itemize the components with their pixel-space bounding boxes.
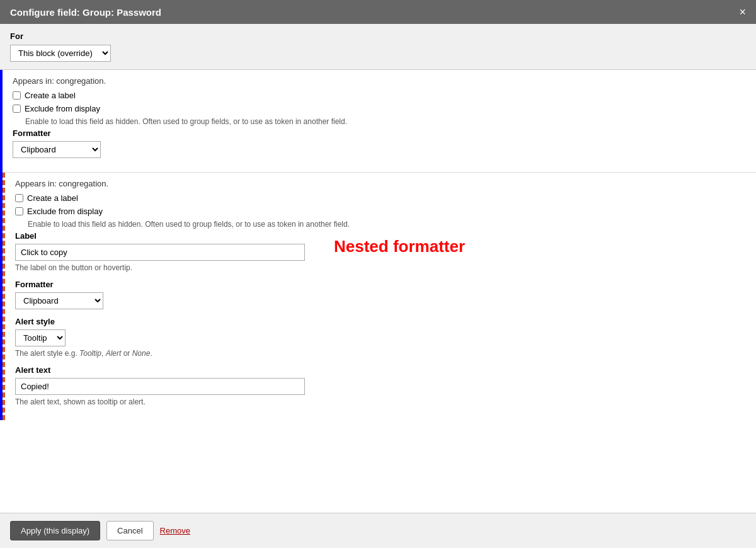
outer-exclude-display-checkbox[interactable]	[13, 105, 21, 113]
outer-exclude-display-row: Exclude from display	[13, 104, 746, 113]
cancel-button[interactable]: Cancel	[106, 521, 153, 540]
label-text-input[interactable]	[15, 244, 305, 261]
outer-create-label-text: Create a label	[25, 91, 76, 100]
alert-text-label: Alert text	[15, 365, 746, 375]
nested-formatter-label: Nested formatter	[334, 237, 465, 256]
remove-button[interactable]: Remove	[160, 526, 190, 535]
dialog-body: Nested formatter Appears in: congregatio…	[0, 70, 756, 513]
outer-exclude-display-description: Enable to load this field as hidden. Oft…	[25, 117, 746, 126]
dialog-header: Configure field: Group: Password ×	[0, 0, 756, 24]
alert-style-help-or: or	[121, 349, 132, 358]
alert-style-help-prefix: The alert style e.g.	[15, 349, 79, 358]
dialog-title: Configure field: Group: Password	[10, 7, 161, 18]
alert-text-input[interactable]	[15, 378, 305, 395]
inner-create-label-text: Create a label	[27, 193, 78, 203]
alert-style-group: Alert style TooltipAlertNone The alert s…	[15, 317, 746, 358]
alert-style-help-suffix: .	[150, 349, 152, 358]
inner-exclude-display-text: Exclude from display	[27, 207, 103, 216]
inner-formatter-group: Formatter ClipboardDefaultPlain text	[15, 280, 746, 309]
configure-field-dialog: Configure field: Group: Password × For T…	[0, 0, 756, 548]
inner-block-content: Appears in: congregation. Create a label…	[5, 173, 756, 420]
for-label: For	[10, 31, 746, 41]
inner-exclude-display-checkbox[interactable]	[15, 207, 23, 215]
label-field-help: The label on the button or hovertip.	[15, 263, 746, 272]
alert-style-label: Alert style	[15, 317, 746, 326]
alert-style-help-mid: ,	[101, 349, 106, 358]
close-button[interactable]: ×	[739, 6, 746, 18]
outer-exclude-display-text: Exclude from display	[25, 104, 100, 113]
apply-button[interactable]: Apply (this display)	[10, 521, 100, 540]
alert-style-help-none: None	[132, 349, 151, 358]
outer-create-label-checkbox[interactable]	[13, 91, 21, 100]
for-section: For This block (override)All displays	[0, 24, 756, 70]
for-select[interactable]: This block (override)All displays	[10, 45, 111, 62]
inner-create-label-checkbox[interactable]	[15, 194, 23, 202]
alert-style-help: The alert style e.g. Tooltip, Alert or N…	[15, 349, 746, 358]
inner-section: Appears in: congregation. Create a label…	[3, 173, 756, 420]
inner-appears-text: Appears in: congregation.	[15, 179, 746, 188]
outer-formatter-group: Formatter ClipboardDefaultPlain text	[13, 128, 746, 158]
outer-block-content: Appears in: congregation. Create a label…	[3, 70, 756, 172]
alert-style-select[interactable]: TooltipAlertNone	[15, 329, 66, 346]
alert-style-help-alert: Alert	[106, 349, 122, 358]
inner-exclude-display-row: Exclude from display	[15, 207, 746, 216]
outer-formatter-select[interactable]: ClipboardDefaultPlain text	[13, 141, 101, 158]
alert-text-help: The alert text, shown as tooltip or aler…	[15, 397, 746, 406]
inner-formatter-select[interactable]: ClipboardDefaultPlain text	[15, 292, 103, 309]
dialog-footer: Apply (this display) Cancel Remove	[0, 513, 756, 548]
alert-style-help-tooltip: Tooltip	[79, 349, 101, 358]
outer-appears-text: Appears in: congregation.	[13, 76, 746, 86]
inner-create-label-row: Create a label	[15, 193, 746, 203]
inner-exclude-display-description: Enable to load this field as hidden. Oft…	[28, 220, 746, 229]
outer-formatter-label: Formatter	[13, 128, 746, 138]
outer-create-label-row: Create a label	[13, 91, 746, 100]
alert-text-group: Alert text The alert text, shown as tool…	[15, 365, 746, 406]
inner-formatter-label: Formatter	[15, 280, 746, 289]
